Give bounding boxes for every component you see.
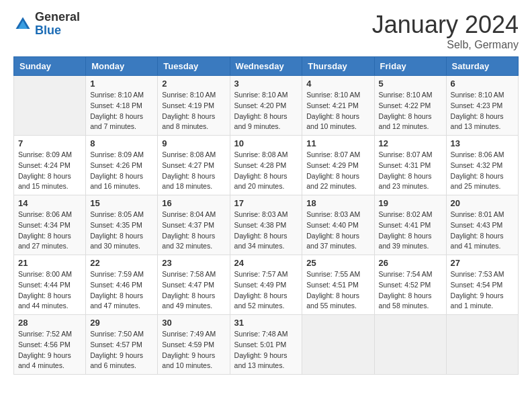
- day-info: Sunrise: 8:10 AMSunset: 4:23 PMDaylight:…: [451, 90, 514, 132]
- calendar-cell: 30Sunrise: 7:49 AMSunset: 4:59 PMDayligh…: [158, 315, 230, 375]
- day-info: Sunrise: 8:09 AMSunset: 4:26 PMDaylight:…: [90, 150, 153, 192]
- calendar-cell: 11Sunrise: 8:07 AMSunset: 4:29 PMDayligh…: [302, 136, 374, 195]
- calendar-cell: 21Sunrise: 8:00 AMSunset: 4:44 PMDayligh…: [14, 255, 86, 315]
- calendar-cell: 24Sunrise: 7:57 AMSunset: 4:49 PMDayligh…: [230, 255, 302, 315]
- day-info: Sunrise: 8:08 AMSunset: 4:27 PMDaylight:…: [162, 150, 225, 192]
- day-info: Sunrise: 8:00 AMSunset: 4:44 PMDaylight:…: [18, 269, 81, 312]
- day-info: Sunrise: 8:05 AMSunset: 4:35 PMDaylight:…: [90, 210, 153, 252]
- day-number: 9: [162, 138, 225, 148]
- calendar-cell: 23Sunrise: 7:58 AMSunset: 4:47 PMDayligh…: [158, 255, 230, 315]
- day-number: 2: [162, 79, 225, 89]
- day-info: Sunrise: 8:10 AMSunset: 4:18 PMDaylight:…: [90, 90, 153, 132]
- day-number: 12: [379, 138, 442, 148]
- day-header-wednesday: Wednesday: [230, 57, 302, 76]
- day-info: Sunrise: 7:50 AMSunset: 4:57 PMDaylight:…: [90, 329, 153, 371]
- day-info: Sunrise: 7:58 AMSunset: 4:47 PMDaylight:…: [162, 269, 225, 312]
- calendar-cell: 3Sunrise: 8:10 AMSunset: 4:20 PMDaylight…: [230, 76, 302, 136]
- week-row-4: 28Sunrise: 7:52 AMSunset: 4:56 PMDayligh…: [14, 315, 519, 375]
- calendar-cell: 29Sunrise: 7:50 AMSunset: 4:57 PMDayligh…: [86, 315, 158, 375]
- calendar-cell: 25Sunrise: 7:55 AMSunset: 4:51 PMDayligh…: [302, 255, 374, 315]
- day-info: Sunrise: 8:04 AMSunset: 4:37 PMDaylight:…: [162, 210, 225, 252]
- day-info: Sunrise: 8:10 AMSunset: 4:22 PMDaylight:…: [379, 90, 442, 132]
- calendar-cell: 12Sunrise: 8:07 AMSunset: 4:31 PMDayligh…: [374, 136, 446, 195]
- day-header-tuesday: Tuesday: [158, 57, 230, 76]
- day-info: Sunrise: 8:02 AMSunset: 4:41 PMDaylight:…: [379, 210, 442, 252]
- day-number: 3: [234, 79, 298, 89]
- day-number: 25: [306, 258, 369, 268]
- day-info: Sunrise: 8:08 AMSunset: 4:28 PMDaylight:…: [234, 150, 298, 192]
- calendar-cell: 2Sunrise: 8:10 AMSunset: 4:19 PMDaylight…: [158, 76, 230, 136]
- day-header-saturday: Saturday: [446, 57, 518, 76]
- day-number: 15: [90, 198, 153, 208]
- day-number: 22: [90, 258, 153, 268]
- day-number: 27: [451, 258, 514, 268]
- day-number: 26: [379, 258, 442, 268]
- calendar-cell: 9Sunrise: 8:08 AMSunset: 4:27 PMDaylight…: [158, 136, 230, 195]
- calendar-cell: [374, 315, 446, 375]
- day-info: Sunrise: 8:01 AMSunset: 4:43 PMDaylight:…: [451, 210, 514, 252]
- day-number: 8: [90, 138, 153, 148]
- calendar-cell: 7Sunrise: 8:09 AMSunset: 4:24 PMDaylight…: [14, 136, 86, 195]
- calendar-cell: 13Sunrise: 8:06 AMSunset: 4:32 PMDayligh…: [446, 136, 518, 195]
- day-number: 10: [234, 138, 298, 148]
- logo-blue: Blue: [35, 24, 80, 38]
- calendar-cell: 10Sunrise: 8:08 AMSunset: 4:28 PMDayligh…: [230, 136, 302, 195]
- day-info: Sunrise: 7:57 AMSunset: 4:49 PMDaylight:…: [234, 269, 298, 312]
- logo: General Blue: [13, 11, 80, 38]
- day-number: 29: [90, 318, 153, 328]
- week-row-0: 1Sunrise: 8:10 AMSunset: 4:18 PMDaylight…: [14, 76, 519, 136]
- day-number: 17: [234, 198, 298, 208]
- calendar-cell: 8Sunrise: 8:09 AMSunset: 4:26 PMDaylight…: [86, 136, 158, 195]
- day-info: Sunrise: 8:09 AMSunset: 4:24 PMDaylight:…: [18, 150, 81, 192]
- day-header-thursday: Thursday: [302, 57, 374, 76]
- title-area: January 2024 Selb, Germany: [372, 11, 519, 51]
- day-number: 31: [234, 318, 298, 328]
- calendar-cell: 19Sunrise: 8:02 AMSunset: 4:41 PMDayligh…: [374, 195, 446, 255]
- calendar-cell: 16Sunrise: 8:04 AMSunset: 4:37 PMDayligh…: [158, 195, 230, 255]
- day-info: Sunrise: 8:07 AMSunset: 4:31 PMDaylight:…: [379, 150, 442, 192]
- calendar: SundayMondayTuesdayWednesdayThursdayFrid…: [13, 56, 519, 375]
- calendar-cell: 26Sunrise: 7:54 AMSunset: 4:52 PMDayligh…: [374, 255, 446, 315]
- header-row: SundayMondayTuesdayWednesdayThursdayFrid…: [14, 57, 519, 76]
- day-info: Sunrise: 7:49 AMSunset: 4:59 PMDaylight:…: [162, 329, 225, 371]
- month-title: January 2024: [372, 11, 519, 39]
- calendar-cell: 4Sunrise: 8:10 AMSunset: 4:21 PMDaylight…: [302, 76, 374, 136]
- calendar-body: 1Sunrise: 8:10 AMSunset: 4:18 PMDaylight…: [14, 76, 519, 375]
- day-header-friday: Friday: [374, 57, 446, 76]
- calendar-cell: [446, 315, 518, 375]
- week-row-1: 7Sunrise: 8:09 AMSunset: 4:24 PMDaylight…: [14, 136, 519, 195]
- day-number: 24: [234, 258, 298, 268]
- calendar-cell: 20Sunrise: 8:01 AMSunset: 4:43 PMDayligh…: [446, 195, 518, 255]
- calendar-cell: 14Sunrise: 8:06 AMSunset: 4:34 PMDayligh…: [14, 195, 86, 255]
- day-info: Sunrise: 8:10 AMSunset: 4:20 PMDaylight:…: [234, 90, 298, 132]
- day-number: 5: [379, 79, 442, 89]
- day-info: Sunrise: 8:03 AMSunset: 4:38 PMDaylight:…: [234, 210, 298, 252]
- day-number: 19: [379, 198, 442, 208]
- calendar-cell: [302, 315, 374, 375]
- calendar-cell: 6Sunrise: 8:10 AMSunset: 4:23 PMDaylight…: [446, 76, 518, 136]
- week-row-2: 14Sunrise: 8:06 AMSunset: 4:34 PMDayligh…: [14, 195, 519, 255]
- day-info: Sunrise: 8:07 AMSunset: 4:29 PMDaylight:…: [306, 150, 369, 192]
- day-number: 20: [451, 198, 514, 208]
- day-header-sunday: Sunday: [14, 57, 86, 76]
- day-number: 21: [18, 258, 81, 268]
- calendar-cell: [14, 76, 86, 136]
- day-info: Sunrise: 8:10 AMSunset: 4:21 PMDaylight:…: [306, 90, 369, 132]
- day-info: Sunrise: 8:03 AMSunset: 4:40 PMDaylight:…: [306, 210, 369, 252]
- logo-icon: [13, 15, 32, 34]
- day-number: 6: [451, 79, 514, 89]
- day-number: 23: [162, 258, 225, 268]
- day-number: 18: [306, 198, 369, 208]
- logo-general: General: [35, 11, 80, 24]
- calendar-cell: 17Sunrise: 8:03 AMSunset: 4:38 PMDayligh…: [230, 195, 302, 255]
- day-number: 30: [162, 318, 225, 328]
- calendar-cell: 28Sunrise: 7:52 AMSunset: 4:56 PMDayligh…: [14, 315, 86, 375]
- day-number: 14: [18, 198, 81, 208]
- day-number: 11: [306, 138, 369, 148]
- logo-text: General Blue: [35, 11, 80, 38]
- header: General Blue January 2024 Selb, Germany: [13, 11, 519, 51]
- day-info: Sunrise: 7:54 AMSunset: 4:52 PMDaylight:…: [379, 269, 442, 312]
- calendar-cell: 22Sunrise: 7:59 AMSunset: 4:46 PMDayligh…: [86, 255, 158, 315]
- day-number: 13: [451, 138, 514, 148]
- day-number: 16: [162, 198, 225, 208]
